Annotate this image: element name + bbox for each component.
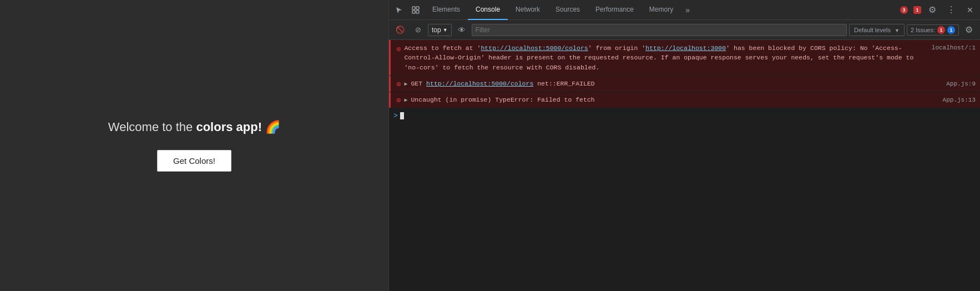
cors-error-message: ⊗ Access to fetch at 'http://localhost:5… [389,40,980,76]
svg-rect-0 [412,7,415,9]
devtools-toolbar: Elements Console Network Sources Perform… [389,0,980,20]
more-options-icon[interactable]: ⋮ [943,2,959,18]
get-error-text: GET http://localhost:5000/colors net::ER… [411,80,938,87]
eye-icon[interactable]: 👁 [454,22,469,38]
error-count-badge: 3 [900,6,908,14]
cors-error-link1[interactable]: http://localhost:5000/colors [481,44,588,52]
console-cursor [400,112,404,119]
error-icon-2: ⊗ [396,79,401,89]
issues-warn-dot: 1 [947,26,955,34]
app-content: Welcome to the colors app! 🌈 Get Colors! [108,120,280,172]
devtools-secondary-toolbar: 🚫 ⊘ top ▼ 👁 Default levels ▼ 2 Issues: 1… [389,20,980,40]
console-input-line: > [389,108,980,123]
tab-console[interactable]: Console [468,0,508,20]
get-error-link[interactable]: http://localhost:5000/colors [426,80,533,87]
get-error-message: ⊗ ▶ GET http://localhost:5000/colors net… [389,76,980,92]
cors-error-text-before: Access to fetch at ' [404,44,481,52]
issues-error-dot: 1 [937,26,945,34]
typeerror-message: ⊗ ▶ Uncaught (in promise) TypeError: Fai… [389,92,980,108]
welcome-emoji: 🌈 [265,120,280,134]
cursor-icon-btn[interactable] [391,2,407,18]
tab-network[interactable]: Network [508,0,548,20]
svg-rect-2 [412,11,415,13]
devtools-tabs: Elements Console Network Sources Perform… [425,0,897,20]
svg-rect-1 [416,7,419,9]
settings-gear-icon[interactable]: ⚙ [925,2,940,18]
expand-arrow-2[interactable]: ▶ [404,81,407,87]
tab-memory[interactable]: Memory [641,0,681,20]
no-entry-icon[interactable]: ⊘ [410,22,426,38]
error-icon-3: ⊗ [396,96,401,105]
tab-sources[interactable]: Sources [548,0,588,20]
warning-count-badge: 1 [913,6,921,14]
get-error-ref[interactable]: App.js:9 [946,81,976,87]
default-levels-dropdown[interactable]: Default levels ▼ [849,24,905,36]
welcome-prefix: Welcome to the [108,120,196,134]
error-icon-1: ⊗ [396,44,401,56]
console-prompt-icon: > [393,112,398,120]
tab-elements[interactable]: Elements [425,0,468,20]
top-context-label: top [432,26,441,34]
tab-performance[interactable]: Performance [588,0,641,20]
clear-console-icon[interactable]: 🚫 [392,22,408,38]
more-tabs-button[interactable]: » [681,6,694,14]
typeerror-ref[interactable]: App.js:13 [943,97,976,103]
svg-rect-3 [416,11,419,13]
console-filter-input[interactable] [472,24,847,36]
get-colors-button[interactable]: Get Colors! [157,150,231,172]
welcome-text: Welcome to the colors app! 🌈 [108,120,280,134]
welcome-bold: colors app! [196,120,262,134]
default-levels-arrow: ▼ [895,28,900,33]
console-output: ⊗ Access to fetch at 'http://localhost:5… [389,40,980,291]
typeerror-text: Uncaught (in promise) TypeError: Failed … [411,96,934,103]
cors-error-ref[interactable]: localhost/:1 [932,43,976,53]
error-dot: 3 [900,6,908,14]
app-panel: Welcome to the colors app! 🌈 Get Colors! [0,0,388,291]
settings-icon-console[interactable]: ⚙ [961,22,977,38]
top-context-dropdown[interactable]: top ▼ [428,24,452,36]
inspect-icon-btn[interactable] [408,2,423,18]
warning-dot: 1 [913,6,921,14]
devtools-panel: Elements Console Network Sources Perform… [388,0,980,291]
cors-error-link2[interactable]: http://localhost:3000 [645,44,726,52]
close-devtools-icon[interactable]: ✕ [962,2,978,18]
issues-label: 2 Issues: [911,27,935,33]
dropdown-arrow-icon: ▼ [443,27,448,33]
expand-arrow-3[interactable]: ▶ [404,97,407,103]
cors-error-content: Access to fetch at 'http://localhost:500… [404,43,923,72]
issues-badge[interactable]: 2 Issues: 1 1 [907,24,959,36]
